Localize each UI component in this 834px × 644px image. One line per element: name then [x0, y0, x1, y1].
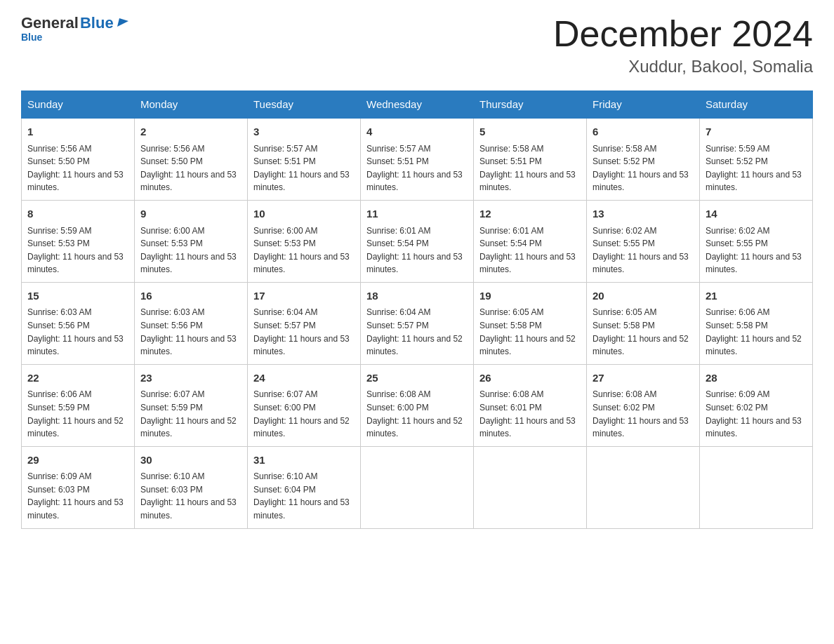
day-info: Sunrise: 6:03 AMSunset: 5:56 PMDaylight:… — [140, 306, 241, 358]
day-info: Sunrise: 6:01 AMSunset: 5:54 PMDaylight:… — [366, 224, 468, 276]
day-info: Sunrise: 6:06 AMSunset: 5:58 PMDaylight:… — [706, 306, 807, 358]
day-number: 17 — [253, 288, 355, 304]
day-info: Sunrise: 6:04 AMSunset: 5:57 PMDaylight:… — [366, 306, 468, 358]
calendar-cell: 27Sunrise: 6:08 AMSunset: 6:02 PMDayligh… — [587, 364, 700, 446]
calendar-cell — [700, 446, 813, 528]
day-number: 13 — [593, 206, 694, 222]
day-info: Sunrise: 6:03 AMSunset: 5:56 PMDaylight:… — [27, 306, 128, 358]
day-info: Sunrise: 6:05 AMSunset: 5:58 PMDaylight:… — [479, 306, 581, 358]
logo-triangle-icon — [116, 17, 128, 28]
day-number: 23 — [140, 370, 241, 387]
day-info: Sunrise: 5:57 AMSunset: 5:51 PMDaylight:… — [366, 142, 468, 194]
day-number: 20 — [593, 288, 694, 304]
day-info: Sunrise: 5:57 AMSunset: 5:51 PMDaylight:… — [253, 142, 355, 194]
calendar-cell: 23Sunrise: 6:07 AMSunset: 5:59 PMDayligh… — [135, 364, 248, 446]
calendar-cell: 26Sunrise: 6:08 AMSunset: 6:01 PMDayligh… — [474, 364, 587, 446]
day-info: Sunrise: 6:10 AMSunset: 6:03 PMDaylight:… — [140, 470, 241, 522]
day-number: 21 — [706, 288, 807, 304]
day-number: 14 — [706, 206, 807, 222]
day-header-tuesday: Tuesday — [248, 91, 361, 119]
day-info: Sunrise: 6:08 AMSunset: 6:00 PMDaylight:… — [366, 388, 468, 440]
day-number: 30 — [140, 452, 241, 469]
day-info: Sunrise: 5:58 AMSunset: 5:52 PMDaylight:… — [593, 142, 694, 194]
day-info: Sunrise: 6:00 AMSunset: 5:53 PMDaylight:… — [253, 224, 355, 276]
day-number: 24 — [253, 370, 355, 387]
calendar-cell: 10Sunrise: 6:00 AMSunset: 5:53 PMDayligh… — [248, 201, 361, 283]
day-number: 16 — [140, 288, 241, 304]
day-header-monday: Monday — [135, 91, 248, 119]
day-info: Sunrise: 6:08 AMSunset: 6:01 PMDaylight:… — [479, 388, 581, 440]
calendar-cell: 20Sunrise: 6:05 AMSunset: 5:58 PMDayligh… — [587, 282, 700, 364]
day-number: 5 — [479, 124, 581, 140]
logo-subtitle: Blue — [21, 32, 42, 43]
day-number: 4 — [366, 124, 468, 140]
logo: General Blue Blue — [21, 14, 128, 43]
page-header: General Blue Blue December 2024 Xuddur, … — [21, 14, 813, 76]
week-row-2: 8Sunrise: 5:59 AMSunset: 5:53 PMDaylight… — [22, 201, 813, 283]
svg-marker-0 — [117, 18, 128, 27]
title-section: December 2024 Xuddur, Bakool, Somalia — [553, 14, 813, 76]
day-info: Sunrise: 6:09 AMSunset: 6:02 PMDaylight:… — [706, 388, 807, 440]
calendar-cell: 3Sunrise: 5:57 AMSunset: 5:51 PMDaylight… — [248, 118, 361, 200]
day-number: 8 — [27, 206, 128, 222]
week-row-1: 1Sunrise: 5:56 AMSunset: 5:50 PMDaylight… — [22, 118, 813, 200]
calendar-cell: 4Sunrise: 5:57 AMSunset: 5:51 PMDaylight… — [361, 118, 474, 200]
day-info: Sunrise: 5:58 AMSunset: 5:51 PMDaylight:… — [479, 142, 581, 194]
day-info: Sunrise: 5:56 AMSunset: 5:50 PMDaylight:… — [140, 142, 241, 194]
week-row-5: 29Sunrise: 6:09 AMSunset: 6:03 PMDayligh… — [22, 446, 813, 528]
day-number: 19 — [479, 288, 581, 304]
day-number: 3 — [253, 124, 355, 140]
day-number: 15 — [27, 288, 128, 304]
day-number: 2 — [140, 124, 241, 140]
calendar-cell — [474, 446, 587, 528]
day-info: Sunrise: 6:02 AMSunset: 5:55 PMDaylight:… — [706, 224, 807, 276]
calendar-cell — [361, 446, 474, 528]
day-number: 9 — [140, 206, 241, 222]
calendar-cell: 14Sunrise: 6:02 AMSunset: 5:55 PMDayligh… — [700, 201, 813, 283]
logo-general-text: General — [21, 14, 79, 32]
calendar-cell: 11Sunrise: 6:01 AMSunset: 5:54 PMDayligh… — [361, 201, 474, 283]
calendar-cell: 28Sunrise: 6:09 AMSunset: 6:02 PMDayligh… — [700, 364, 813, 446]
day-info: Sunrise: 6:02 AMSunset: 5:55 PMDaylight:… — [593, 224, 694, 276]
day-number: 7 — [706, 124, 807, 140]
day-info: Sunrise: 6:06 AMSunset: 5:59 PMDaylight:… — [27, 388, 128, 440]
day-info: Sunrise: 6:09 AMSunset: 6:03 PMDaylight:… — [27, 470, 128, 522]
day-number: 25 — [366, 370, 468, 387]
calendar-cell: 18Sunrise: 6:04 AMSunset: 5:57 PMDayligh… — [361, 282, 474, 364]
day-info: Sunrise: 6:01 AMSunset: 5:54 PMDaylight:… — [479, 224, 581, 276]
day-info: Sunrise: 6:00 AMSunset: 5:53 PMDaylight:… — [140, 224, 241, 276]
day-number: 29 — [27, 452, 128, 469]
calendar-cell: 2Sunrise: 5:56 AMSunset: 5:50 PMDaylight… — [135, 118, 248, 200]
day-number: 18 — [366, 288, 468, 304]
day-number: 28 — [706, 370, 807, 387]
calendar-cell: 5Sunrise: 5:58 AMSunset: 5:51 PMDaylight… — [474, 118, 587, 200]
day-number: 12 — [479, 206, 581, 222]
calendar-table: SundayMondayTuesdayWednesdayThursdayFrid… — [21, 90, 813, 528]
day-number: 26 — [479, 370, 581, 387]
day-number: 1 — [27, 124, 128, 140]
day-number: 6 — [593, 124, 694, 140]
calendar-cell: 17Sunrise: 6:04 AMSunset: 5:57 PMDayligh… — [248, 282, 361, 364]
day-info: Sunrise: 6:08 AMSunset: 6:02 PMDaylight:… — [593, 388, 694, 440]
day-header-saturday: Saturday — [700, 91, 813, 119]
day-number: 11 — [366, 206, 468, 222]
day-number: 10 — [253, 206, 355, 222]
month-title: December 2024 — [553, 14, 813, 54]
day-header-sunday: Sunday — [22, 91, 135, 119]
week-row-4: 22Sunrise: 6:06 AMSunset: 5:59 PMDayligh… — [22, 364, 813, 446]
location-title: Xuddur, Bakool, Somalia — [553, 57, 813, 76]
day-info: Sunrise: 6:04 AMSunset: 5:57 PMDaylight:… — [253, 306, 355, 358]
calendar-cell: 1Sunrise: 5:56 AMSunset: 5:50 PMDaylight… — [22, 118, 135, 200]
calendar-cell: 7Sunrise: 5:59 AMSunset: 5:52 PMDaylight… — [700, 118, 813, 200]
day-header-wednesday: Wednesday — [361, 91, 474, 119]
calendar-cell: 24Sunrise: 6:07 AMSunset: 6:00 PMDayligh… — [248, 364, 361, 446]
calendar-cell: 8Sunrise: 5:59 AMSunset: 5:53 PMDaylight… — [22, 201, 135, 283]
day-number: 22 — [27, 370, 128, 387]
calendar-cell: 25Sunrise: 6:08 AMSunset: 6:00 PMDayligh… — [361, 364, 474, 446]
day-info: Sunrise: 5:59 AMSunset: 5:52 PMDaylight:… — [706, 142, 807, 194]
calendar-cell — [587, 446, 700, 528]
calendar-cell: 12Sunrise: 6:01 AMSunset: 5:54 PMDayligh… — [474, 201, 587, 283]
calendar-cell: 30Sunrise: 6:10 AMSunset: 6:03 PMDayligh… — [135, 446, 248, 528]
day-number: 27 — [593, 370, 694, 387]
calendar-header-row: SundayMondayTuesdayWednesdayThursdayFrid… — [22, 91, 813, 119]
